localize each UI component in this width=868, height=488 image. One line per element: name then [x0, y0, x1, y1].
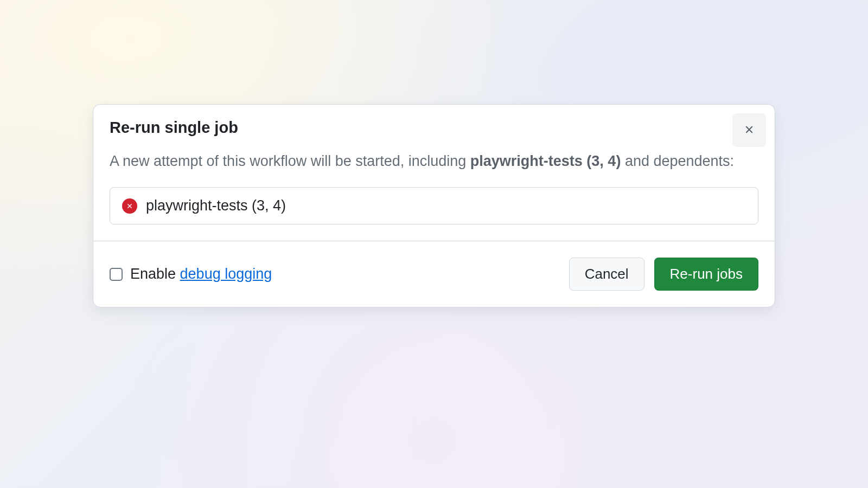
dialog-actions: Cancel Re-run jobs: [569, 258, 758, 291]
job-name: playwright-tests (3, 4): [146, 197, 286, 214]
rerun-job-dialog: Re-run single job A new attempt of this …: [93, 104, 775, 307]
dialog-title: Re-run single job: [110, 118, 758, 138]
dialog-description: A new attempt of this workflow will be s…: [110, 150, 758, 172]
debug-logging-option[interactable]: Enable debug logging: [110, 266, 272, 282]
dialog-body: Re-run single job A new attempt of this …: [93, 105, 775, 241]
debug-logging-link[interactable]: debug logging: [180, 266, 272, 282]
cancel-button[interactable]: Cancel: [569, 258, 644, 291]
job-list-item: playwright-tests (3, 4): [110, 187, 758, 224]
checkbox-label: Enable debug logging: [130, 266, 272, 282]
close-icon: [743, 124, 755, 137]
close-button[interactable]: [732, 113, 766, 147]
checkbox-label-prefix: Enable: [130, 266, 180, 282]
rerun-jobs-button[interactable]: Re-run jobs: [654, 258, 758, 291]
description-prefix: A new attempt of this workflow will be s…: [110, 153, 470, 169]
dialog-footer: Enable debug logging Cancel Re-run jobs: [93, 241, 775, 307]
description-suffix: and dependents:: [621, 153, 734, 169]
failed-status-icon: [122, 198, 137, 214]
description-job-name: playwright-tests (3, 4): [470, 153, 621, 169]
debug-logging-checkbox[interactable]: [110, 268, 123, 281]
